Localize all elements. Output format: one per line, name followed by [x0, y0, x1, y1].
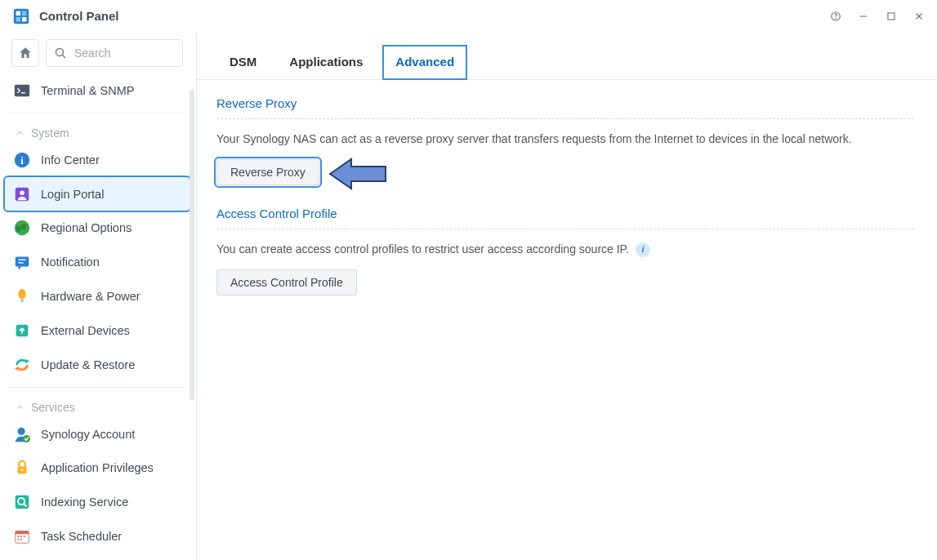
svg-rect-24 [20, 299, 24, 303]
svg-marker-43 [330, 159, 386, 189]
svg-point-6 [836, 18, 837, 19]
svg-rect-4 [22, 16, 26, 20]
tab-applications[interactable]: Applications [276, 45, 376, 80]
window-controls [829, 10, 926, 23]
svg-rect-42 [20, 539, 22, 540]
svg-rect-13 [15, 85, 29, 97]
svg-rect-41 [18, 539, 20, 540]
group-header-services[interactable]: Services [5, 393, 190, 417]
sidebar-item-label: Indexing Service [41, 496, 128, 509]
indexing-icon [13, 493, 31, 511]
window-title: Control Panel [39, 9, 829, 23]
sidebar-item-task-scheduler[interactable]: Task Scheduler [5, 519, 190, 553]
sidebar-item-application-privileges[interactable]: Application Privileges [5, 451, 190, 485]
svg-rect-36 [16, 531, 29, 535]
access-control-profile-button[interactable]: Access Control Profile [216, 269, 357, 296]
sidebar-item-external-devices[interactable]: External Devices [5, 313, 190, 348]
sidebar-item-synology-account[interactable]: Synology Account [5, 417, 190, 451]
svg-marker-27 [15, 367, 20, 371]
pointer-arrow-icon [327, 154, 390, 193]
account-icon [13, 425, 31, 443]
minimize-button[interactable] [857, 10, 870, 23]
svg-point-28 [18, 427, 25, 434]
scheduler-icon [13, 527, 31, 545]
svg-rect-8 [888, 12, 895, 19]
sidebar-item-update-restore[interactable]: Update & Restore [5, 348, 190, 382]
sidebar-item-login-portal[interactable]: Login Portal [5, 177, 190, 211]
chevron-up-icon [15, 402, 25, 412]
sidebar-item-label: Login Portal [41, 188, 104, 201]
section-text-reverse-proxy: Your Synology NAS can act as a reverse p… [216, 131, 914, 148]
sidebar-item-regional-options[interactable]: Regional Options [5, 211, 190, 245]
main-panel: DSM Applications Advanced Reverse Proxy … [196, 33, 937, 560]
tab-dsm[interactable]: DSM [216, 45, 270, 80]
svg-text:i: i [20, 154, 24, 166]
svg-point-18 [20, 190, 25, 195]
reverse-proxy-button[interactable]: Reverse Proxy [216, 159, 319, 185]
external-devices-icon [13, 322, 31, 340]
home-button[interactable] [11, 39, 39, 67]
portal-icon [13, 185, 31, 203]
close-button[interactable] [912, 10, 926, 23]
group-header-system[interactable]: System [5, 118, 190, 143]
notification-icon [13, 253, 31, 271]
svg-point-31 [21, 469, 24, 472]
home-icon [18, 46, 33, 60]
terminal-icon [13, 82, 31, 100]
regional-icon [13, 219, 31, 237]
sidebar-item-label: Notification [41, 256, 100, 269]
search-input[interactable] [46, 39, 183, 67]
svg-rect-1 [16, 11, 20, 15]
info-tooltip-icon[interactable]: i [636, 242, 650, 257]
svg-rect-39 [20, 536, 22, 537]
svg-rect-2 [22, 11, 26, 15]
tabbar: DSM Applications Advanced [197, 33, 937, 80]
titlebar: Control Panel [0, 0, 937, 33]
privileges-icon [13, 459, 31, 477]
group-label: Services [31, 401, 75, 414]
sidebar-item-label: Update & Restore [41, 358, 135, 371]
tab-advanced[interactable]: Advanced [382, 45, 467, 80]
svg-rect-20 [16, 257, 29, 267]
group-label: System [31, 127, 69, 140]
sidebar-item-label: Regional Options [41, 221, 132, 234]
svg-point-29 [23, 434, 30, 442]
section-title-reverse-proxy: Reverse Proxy [216, 96, 914, 119]
scrollbar[interactable] [190, 90, 194, 400]
sidebar: Terminal & SNMP System i Info Center Log… [0, 33, 196, 560]
section-text-access-control: You can create access control profiles t… [216, 241, 914, 258]
chevron-up-icon [15, 128, 25, 138]
power-icon [13, 287, 31, 305]
sidebar-item-label: Task Scheduler [41, 530, 122, 543]
sidebar-item-label: Hardware & Power [41, 290, 141, 303]
section-text-access-control-label: You can create access control profiles t… [216, 241, 629, 258]
help-button[interactable] [829, 10, 842, 23]
sidebar-item-indexing-service[interactable]: Indexing Service [5, 485, 190, 519]
sidebar-item-label: External Devices [41, 324, 130, 337]
svg-marker-21 [18, 267, 22, 270]
sidebar-item-label: Info Center [41, 153, 100, 167]
sidebar-item-notification[interactable]: Notification [5, 245, 190, 279]
divider [8, 387, 186, 388]
sidebar-item-label: Application Privileges [41, 461, 154, 474]
svg-rect-38 [18, 536, 20, 537]
info-icon: i [13, 151, 31, 169]
update-icon [13, 356, 31, 374]
svg-rect-40 [24, 536, 25, 537]
sidebar-item-label: Terminal & SNMP [41, 84, 134, 97]
section-title-access-control: Access Control Profile [216, 207, 914, 229]
sidebar-item-hardware-power[interactable]: Hardware & Power [5, 279, 190, 313]
sidebar-item-label: Synology Account [41, 428, 135, 441]
divider [8, 113, 186, 113]
maximize-button[interactable] [885, 10, 898, 23]
sidebar-item-terminal-snmp[interactable]: Terminal & SNMP [5, 73, 190, 108]
sidebar-item-info-center[interactable]: i Info Center [5, 143, 190, 177]
svg-rect-3 [16, 16, 20, 20]
app-icon [11, 7, 31, 26]
svg-marker-26 [25, 358, 29, 363]
